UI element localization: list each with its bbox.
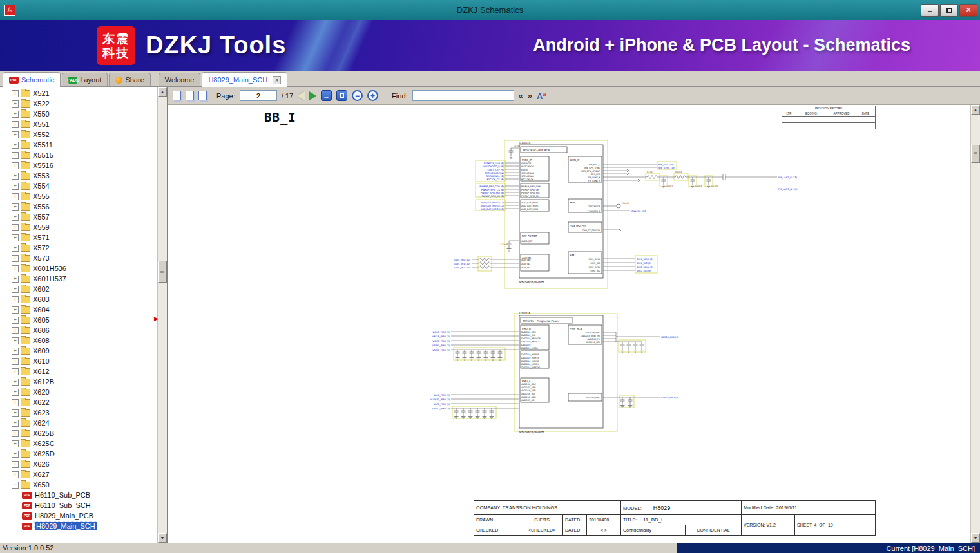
scroll-thumb[interactable]	[158, 261, 167, 283]
expand-toggle-icon[interactable]: +	[12, 337, 19, 344]
zoom-in-button[interactable]: +	[367, 90, 378, 101]
expand-toggle-icon[interactable]: +	[12, 379, 19, 386]
tree-folder-X572[interactable]: +X572	[0, 243, 157, 253]
tree-folder-X5515[interactable]: +X5515	[0, 150, 157, 160]
zoom-out-button[interactable]: −	[352, 90, 363, 101]
tree-folder-X602[interactable]: +X602	[0, 284, 157, 294]
tree-folder-X625B[interactable]: +X625B	[0, 428, 157, 438]
expand-toggle-icon[interactable]: +	[12, 121, 19, 128]
tree-folder-X5511[interactable]: +X5511	[0, 140, 157, 150]
tree-doc-H6110_Sub_PCB[interactable]: PDFH6110_Sub_PCB	[0, 490, 157, 500]
tree-folder-X571[interactable]: +X571	[0, 232, 157, 243]
expand-toggle-icon[interactable]: +	[12, 214, 19, 221]
tree-folder-X606[interactable]: +X606	[0, 325, 157, 335]
tree-doc-H8029_Main_SCH[interactable]: PDFH8029_Main_SCH	[0, 521, 157, 531]
scroll-up-button[interactable]: ▲	[971, 105, 980, 115]
tree-folder-X605[interactable]: +X605	[0, 315, 157, 325]
expand-toggle-icon[interactable]: +	[12, 306, 19, 314]
facing-pages-icon[interactable]	[186, 91, 194, 100]
expand-toggle-icon[interactable]: +	[12, 183, 19, 190]
previous-page-button[interactable]	[298, 91, 305, 100]
expand-toggle-icon[interactable]: +	[12, 348, 19, 355]
expand-toggle-icon[interactable]: +	[12, 451, 19, 458]
fit-width-button[interactable]: ↔	[321, 90, 332, 101]
tree-folder-X601H536[interactable]: +X601H536	[0, 263, 157, 274]
expand-toggle-icon[interactable]: +	[12, 152, 19, 159]
single-page-icon[interactable]	[173, 91, 181, 100]
expand-toggle-icon[interactable]: +	[12, 461, 19, 468]
expand-toggle-icon[interactable]: +	[12, 224, 19, 231]
fit-page-button[interactable]	[336, 90, 347, 101]
tree-folder-X624[interactable]: +X624	[0, 418, 157, 428]
tree-folder-X556[interactable]: +X556	[0, 202, 157, 212]
tree-folder-X554[interactable]: +X554	[0, 181, 157, 191]
expand-toggle-icon[interactable]: −	[12, 482, 19, 489]
tree-folder-X573[interactable]: +X573	[0, 253, 157, 263]
tree-folder-X623[interactable]: +X623	[0, 408, 157, 418]
expand-toggle-icon[interactable]: +	[12, 265, 19, 272]
doc-tab-main[interactable]: H8029_Main_SCH x	[202, 72, 287, 87]
tree-folder-X627[interactable]: +X627	[0, 469, 157, 480]
schematic-canvas[interactable]: U1001-A MT6765V+B8E RCN PMIC_IF REF POWE…	[168, 105, 970, 543]
close-button[interactable]: ✕	[959, 4, 977, 17]
expand-toggle-icon[interactable]: +	[12, 430, 19, 437]
scroll-thumb[interactable]	[971, 145, 980, 163]
scroll-down-button[interactable]: ▼	[158, 533, 167, 543]
sidebar-scrollbar[interactable]: ▲ ▼	[157, 87, 167, 543]
tab-layout[interactable]: PADS Layout	[62, 73, 108, 86]
doc-tab-welcome[interactable]: Welcome	[159, 73, 201, 86]
tree-folder-X559[interactable]: +X559	[0, 222, 157, 232]
scroll-down-button[interactable]: ▼	[971, 533, 980, 543]
expand-toggle-icon[interactable]: +	[12, 173, 19, 180]
maximize-button[interactable]	[940, 4, 958, 17]
find-input[interactable]	[412, 90, 514, 101]
expand-toggle-icon[interactable]: +	[12, 471, 19, 478]
expand-toggle-icon[interactable]: +	[12, 368, 19, 375]
tree-folder-X610[interactable]: +X610	[0, 356, 157, 366]
continuous-pages-icon[interactable]	[198, 91, 207, 100]
tree-folder-X612[interactable]: +X612	[0, 366, 157, 377]
expand-toggle-icon[interactable]: +	[12, 409, 19, 417]
font-size-button[interactable]: Aa	[537, 91, 546, 101]
expand-toggle-icon[interactable]: +	[12, 327, 19, 334]
expand-toggle-icon[interactable]: +	[12, 399, 19, 406]
tree-folder-X601H537[interactable]: +X601H537	[0, 274, 157, 284]
expand-toggle-icon[interactable]: +	[12, 234, 19, 241]
tree-folder-X557[interactable]: +X557	[0, 212, 157, 222]
tree-folder-X555[interactable]: +X555	[0, 191, 157, 202]
expand-toggle-icon[interactable]: +	[12, 255, 19, 262]
tree-doc-H6110_Sub_SCH[interactable]: PDFH6110_Sub_SCH	[0, 500, 157, 511]
expand-toggle-icon[interactable]: +	[12, 193, 19, 200]
expand-toggle-icon[interactable]: +	[12, 111, 19, 118]
expand-toggle-icon[interactable]: +	[12, 142, 19, 149]
viewer-scrollbar[interactable]: ▲ ▼	[970, 105, 980, 543]
expand-toggle-icon[interactable]: +	[12, 100, 19, 108]
tree-folder-X552[interactable]: +X552	[0, 129, 157, 140]
tree-folder-X625D[interactable]: +X625D	[0, 449, 157, 459]
tab-close-icon[interactable]: x	[273, 76, 281, 84]
next-page-button[interactable]	[309, 91, 316, 100]
tree-folder-X620[interactable]: +X620	[0, 387, 157, 397]
tree-folder-X650[interactable]: −X650	[0, 480, 157, 490]
expand-toggle-icon[interactable]: +	[12, 203, 19, 211]
expand-toggle-icon[interactable]: +	[12, 131, 19, 138]
page-input[interactable]	[240, 90, 277, 101]
tree-folder-X521[interactable]: +X521	[0, 88, 157, 98]
tree-folder-X604[interactable]: +X604	[0, 305, 157, 315]
tab-share[interactable]: Share	[109, 73, 150, 86]
expand-toggle-icon[interactable]: +	[12, 296, 19, 303]
expand-toggle-icon[interactable]: +	[12, 245, 19, 252]
expand-toggle-icon[interactable]: +	[12, 286, 19, 293]
minimize-button[interactable]: –	[921, 4, 939, 17]
tree-doc-H8029_Main_PCB[interactable]: PDFH8029_Main_PCB	[0, 511, 157, 521]
tree-folder-X5516[interactable]: +X5516	[0, 160, 157, 171]
expand-toggle-icon[interactable]: +	[12, 420, 19, 427]
tree-folder-X626[interactable]: +X626	[0, 459, 157, 469]
tree-folder-X609[interactable]: +X609	[0, 346, 157, 356]
expand-toggle-icon[interactable]: +	[12, 440, 19, 447]
tree-folder-X551[interactable]: +X551	[0, 119, 157, 129]
tree-folder-X612B[interactable]: +X612B	[0, 377, 157, 387]
splitter-collapse-icon[interactable]: ▶	[154, 315, 159, 322]
tree-folder-X522[interactable]: +X522	[0, 98, 157, 109]
tree-folder-X608[interactable]: +X608	[0, 335, 157, 346]
